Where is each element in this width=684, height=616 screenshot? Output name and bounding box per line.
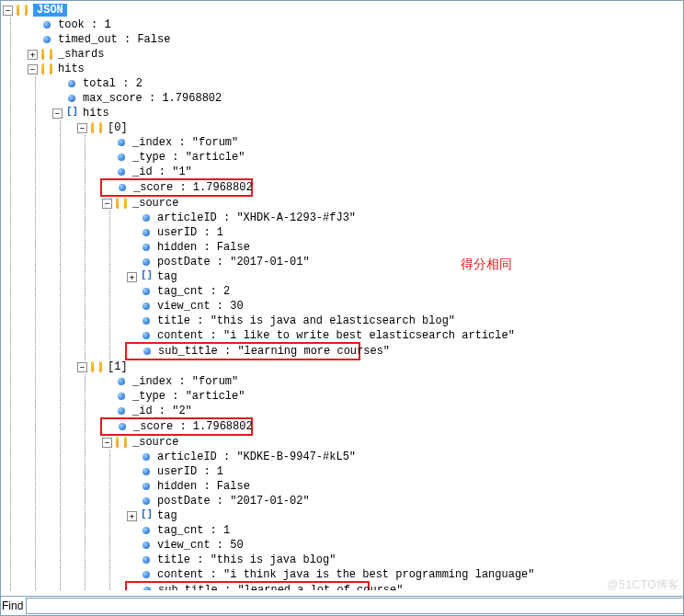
value-icon: [117, 421, 130, 432]
field-_id: _id : "2": [132, 405, 192, 417]
field-hits-array[interactable]: hits: [83, 107, 109, 120]
field-_type: _type : "article": [132, 151, 245, 164]
field-content: content : "i think java is the best prog…: [157, 568, 535, 581]
value-icon: [66, 93, 79, 104]
field-_index: _index : "forum": [132, 375, 238, 388]
value-icon: [141, 212, 154, 223]
value-icon: [41, 19, 54, 30]
value-icon: [141, 466, 154, 477]
object-icon: [116, 198, 129, 209]
collapse-icon[interactable]: −: [52, 108, 63, 119]
field-_score: _score : 1.7968802: [133, 420, 253, 433]
field-total: total : 2: [83, 77, 142, 90]
field-sub_title: sub_title : "learning more courses": [158, 345, 390, 358]
field-_source[interactable]: _source: [132, 197, 178, 210]
value-icon: [141, 554, 154, 565]
value-icon: [142, 585, 154, 590]
field-_id: _id : "1": [132, 165, 192, 178]
collapse-icon[interactable]: −: [77, 362, 87, 372]
value-icon: [141, 451, 154, 462]
value-icon: [116, 152, 129, 163]
collapse-icon[interactable]: −: [3, 6, 13, 16]
field-sub_title: sub_title : "learned a lot of course": [158, 584, 403, 590]
field-_score: _score : 1.7968802: [133, 181, 253, 194]
field-postDate: postDate : "2017-01-01": [157, 256, 310, 268]
array-icon: [141, 510, 154, 521]
root-label: JSON: [33, 4, 67, 17]
field-took: took : 1: [58, 18, 111, 31]
field-articleID: articleID : "KDKE-B-9947-#kL5": [157, 451, 356, 463]
field-timed-out: timed_out : False: [58, 33, 170, 46]
collapse-icon[interactable]: −: [28, 64, 38, 74]
field-view_cnt: view_cnt : 30: [157, 300, 244, 313]
field-title: title : "this is java blog": [157, 553, 336, 566]
field-content: content : "i like to write best elastics…: [157, 329, 515, 342]
array-icon: [141, 271, 154, 282]
field-articleID: articleID : "XHDK-A-1293-#fJ3": [157, 211, 356, 224]
field-_type: _type : "article": [132, 390, 245, 403]
value-icon: [141, 330, 154, 341]
value-icon: [141, 569, 154, 580]
expand-icon[interactable]: +: [127, 511, 137, 521]
field-userID: userID : 1: [157, 465, 223, 478]
collapse-icon[interactable]: −: [102, 438, 112, 448]
value-icon: [141, 481, 154, 492]
object-icon: [116, 437, 129, 448]
array-index[interactable]: [1]: [108, 360, 128, 373]
value-icon: [141, 315, 154, 326]
field-hidden: hidden : False: [157, 241, 250, 254]
value-icon: [66, 78, 79, 89]
object-icon: [91, 122, 104, 133]
field-title: title : "this is java and elasticsearch …: [157, 314, 455, 327]
value-icon: [141, 257, 154, 268]
object-icon: [91, 361, 104, 372]
json-viewer-panel: 得分相同 − JSON took : 1 timed_out : False: [0, 0, 684, 616]
value-icon: [116, 166, 129, 177]
value-icon: [141, 286, 154, 297]
find-bar: Find: [1, 596, 683, 615]
value-icon: [141, 227, 154, 238]
collapse-icon[interactable]: −: [77, 123, 87, 133]
value-icon: [141, 242, 154, 253]
field-postDate: postDate : "2017-01-02": [157, 495, 310, 508]
field-_index: _index : "forum": [132, 136, 238, 149]
field-shards[interactable]: _shards: [58, 48, 104, 61]
object-icon: [41, 49, 54, 60]
expand-icon[interactable]: +: [28, 50, 38, 60]
value-icon: [141, 301, 154, 312]
field-hits[interactable]: hits: [58, 63, 85, 75]
field-tag_cnt: tag_cnt : 2: [157, 285, 230, 298]
value-icon: [116, 391, 129, 402]
value-icon: [116, 376, 129, 387]
value-icon: [41, 34, 54, 45]
field-tag[interactable]: tag: [157, 509, 177, 522]
field-userID: userID : 1: [157, 226, 223, 239]
array-icon: [66, 108, 79, 119]
value-icon: [116, 405, 129, 416]
value-icon: [141, 525, 154, 536]
field-tag[interactable]: tag: [157, 270, 177, 283]
object-icon: [17, 5, 29, 16]
value-icon: [117, 182, 130, 193]
value-icon: [141, 496, 154, 507]
field-tag_cnt: tag_cnt : 1: [157, 524, 230, 537]
field-view_cnt: view_cnt : 50: [157, 539, 244, 552]
find-label: Find: [1, 599, 26, 612]
object-icon: [41, 63, 54, 74]
value-icon: [141, 540, 154, 551]
field-max-score: max_score : 1.7968802: [83, 92, 222, 105]
collapse-icon[interactable]: −: [102, 199, 112, 209]
tree-area: 得分相同 − JSON took : 1 timed_out : False: [1, 1, 683, 590]
value-icon: [116, 137, 129, 148]
find-input[interactable]: [26, 598, 683, 614]
field-_source[interactable]: _source: [132, 436, 178, 449]
field-hidden: hidden : False: [157, 480, 250, 493]
array-index[interactable]: [0]: [108, 121, 128, 134]
value-icon: [142, 346, 154, 357]
expand-icon[interactable]: +: [127, 272, 137, 282]
